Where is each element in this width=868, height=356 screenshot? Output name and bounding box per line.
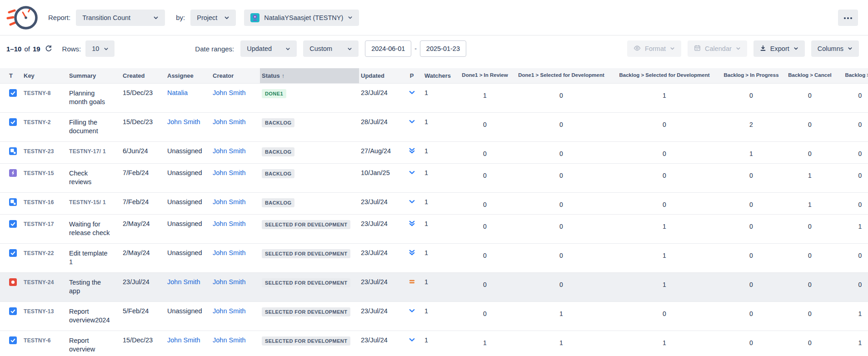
issue-type-cell xyxy=(0,244,22,272)
creator-link[interactable]: John Smith xyxy=(213,249,246,256)
transition-count-cell: 1 xyxy=(610,244,719,272)
creator-link[interactable]: John Smith xyxy=(213,118,246,125)
assignee-link[interactable]: John Smith xyxy=(167,336,200,344)
calendar-button[interactable]: Calendar xyxy=(688,40,747,57)
column-header-updated[interactable]: Updated xyxy=(359,68,403,83)
creator-cell[interactable]: John Smith xyxy=(211,273,260,301)
column-header-backlog-cancel[interactable]: Backlog > Cancel xyxy=(783,68,836,83)
transition-count-cell: 1 xyxy=(783,193,836,214)
project-select-dropdown[interactable]: NataliaYSaasjet (TESTNY) xyxy=(244,10,359,26)
column-header-created[interactable]: Created xyxy=(121,68,165,83)
issue-row-testny-24[interactable]: TESTNY-24Testing theapp23/Jul/24John Smi… xyxy=(0,273,868,302)
creator-link[interactable]: John Smith xyxy=(213,307,246,315)
creator-cell[interactable]: John Smith xyxy=(211,215,260,243)
assignee-cell[interactable]: Natalia xyxy=(165,84,211,112)
date-field-dropdown[interactable]: Updated xyxy=(240,40,297,57)
transition-count-report-app: Report: Transition Count by: Project Nat… xyxy=(0,0,868,356)
more-actions-button[interactable] xyxy=(838,10,858,26)
updated-date-cell: 23/Jul/24 xyxy=(359,331,403,356)
date-from-input[interactable] xyxy=(365,40,411,57)
export-button[interactable]: Export xyxy=(753,40,805,57)
status-badge: BACKLOG xyxy=(262,118,294,127)
date-range-separator: - xyxy=(414,45,417,52)
issue-key-cell: TESTNY-17 xyxy=(22,215,67,243)
watchers-cell: 1 xyxy=(421,244,457,272)
issue-summary-cell: Edit template1 xyxy=(67,244,121,272)
column-header-backlog-in-progress[interactable]: Backlog > In Progress xyxy=(719,68,783,83)
issue-row-testny-13[interactable]: TESTNY-13Reportoverview20245/Feb/24Unass… xyxy=(0,302,868,331)
column-header-done1-selected-for-development[interactable]: Done1 > Selected for Development xyxy=(513,68,610,83)
creator-cell[interactable]: John Smith xyxy=(211,113,260,141)
creator-link[interactable]: John Smith xyxy=(213,336,246,344)
creator-cell[interactable]: John Smith xyxy=(211,142,260,163)
updated-date-cell: 23/Jul/24 xyxy=(359,84,403,112)
column-header-t[interactable]: T xyxy=(0,68,22,83)
column-header-status[interactable]: Status↑ xyxy=(260,68,359,83)
status-cell: BACKLOG xyxy=(260,164,359,192)
creator-link[interactable]: John Smith xyxy=(213,89,246,96)
column-header-backlog-selected-for-development[interactable]: Backlog > Selected for Development xyxy=(610,68,719,83)
priority-cell xyxy=(403,193,421,214)
assignee-link[interactable]: Natalia xyxy=(167,89,188,96)
assignee-cell[interactable]: John Smith xyxy=(165,113,211,141)
issue-row-testny-22[interactable]: TESTNY-22Edit template12/May/24Unassigne… xyxy=(0,244,868,273)
assignee-link[interactable]: John Smith xyxy=(167,118,200,125)
creator-cell[interactable]: John Smith xyxy=(211,84,260,112)
column-header-assignee[interactable]: Assignee xyxy=(165,68,211,83)
watchers-cell: 1 xyxy=(421,302,457,331)
column-header-key[interactable]: Key xyxy=(22,68,67,83)
issue-row-testny-2[interactable]: TESTNY-2Filling thedocument15/Dec/23John… xyxy=(0,113,868,142)
column-header-summary[interactable]: Summary xyxy=(67,68,121,83)
table-header-row: TKeySummaryCreatedAssigneeCreatorStatus↑… xyxy=(0,68,868,84)
creator-link[interactable]: John Smith xyxy=(213,198,246,206)
chevron-down-icon xyxy=(670,45,675,52)
rows-per-page-dropdown[interactable]: 10 xyxy=(85,40,115,57)
column-header-creator[interactable]: Creator xyxy=(211,68,260,83)
date-mode-dropdown[interactable]: Custom xyxy=(303,40,359,57)
issue-row-testny-6[interactable]: TESTNY-6Reportoverview15/Dec/23John Smit… xyxy=(0,331,868,356)
issue-row-testny-8[interactable]: TESTNY-8Planningmonth goals15/Dec/23Nata… xyxy=(0,84,868,113)
export-download-icon xyxy=(760,45,766,53)
creator-cell[interactable]: John Smith xyxy=(211,331,260,356)
assignee-cell[interactable]: John Smith xyxy=(165,331,211,356)
column-header-backlog-c[interactable]: Backlog > C xyxy=(836,68,868,83)
transition-count-cell: 0 xyxy=(457,302,513,331)
issue-row-testny-16[interactable]: TESTNY-16TESTNY-15/ 17/Feb/24UnassignedJ… xyxy=(0,193,868,215)
issue-row-testny-23[interactable]: TESTNY-23TESTNY-17/ 16/Jun/24UnassignedJ… xyxy=(0,142,868,164)
column-header-done1-in-review[interactable]: Done1 > In Review xyxy=(457,68,513,83)
priority-cell xyxy=(403,84,421,112)
creator-cell[interactable]: John Smith xyxy=(211,164,260,192)
transition-count-cell: 0 xyxy=(783,331,836,356)
columns-button[interactable]: Columns xyxy=(811,40,859,57)
issue-row-testny-17[interactable]: TESTNY-17Waiting forrelease check2/May/2… xyxy=(0,215,868,244)
column-header-watchers[interactable]: Watchers xyxy=(421,68,457,83)
updated-date-cell: 23/Jul/24 xyxy=(359,244,403,272)
assignee-link[interactable]: John Smith xyxy=(167,278,200,286)
assignee-cell[interactable]: John Smith xyxy=(165,273,211,301)
transition-count-cell: 0 xyxy=(513,113,610,141)
priority-cell xyxy=(403,273,421,301)
assignee-cell: Unassigned xyxy=(165,244,211,272)
creator-cell[interactable]: John Smith xyxy=(211,302,260,331)
creator-link[interactable]: John Smith xyxy=(213,220,246,227)
creator-link[interactable]: John Smith xyxy=(213,147,246,155)
issue-key: TESTNY-15 xyxy=(24,170,54,176)
creator-link[interactable]: John Smith xyxy=(213,278,246,286)
date-to-input[interactable] xyxy=(420,40,466,57)
transition-count-cell: 1 xyxy=(719,142,783,163)
group-by-dropdown[interactable]: Project xyxy=(190,10,236,26)
refresh-icon[interactable] xyxy=(45,45,52,52)
watchers-cell: 1 xyxy=(421,113,457,141)
creator-cell[interactable]: John Smith xyxy=(211,193,260,214)
task-icon xyxy=(9,336,17,344)
report-type-dropdown[interactable]: Transition Count xyxy=(76,10,165,26)
creator-link[interactable]: John Smith xyxy=(213,169,246,176)
transition-count-cell: 1 xyxy=(457,331,513,356)
creator-cell[interactable]: John Smith xyxy=(211,244,260,272)
column-header-p[interactable]: P xyxy=(403,68,421,83)
issue-row-testny-15[interactable]: TESTNY-15Checkreviews7/Feb/24UnassignedJ… xyxy=(0,164,868,193)
priority-lowest-icon xyxy=(409,147,415,154)
format-button[interactable]: Format xyxy=(627,40,681,57)
issues-table: TKeySummaryCreatedAssigneeCreatorStatus↑… xyxy=(0,68,868,356)
issue-key-cell: TESTNY-15 xyxy=(22,164,67,192)
